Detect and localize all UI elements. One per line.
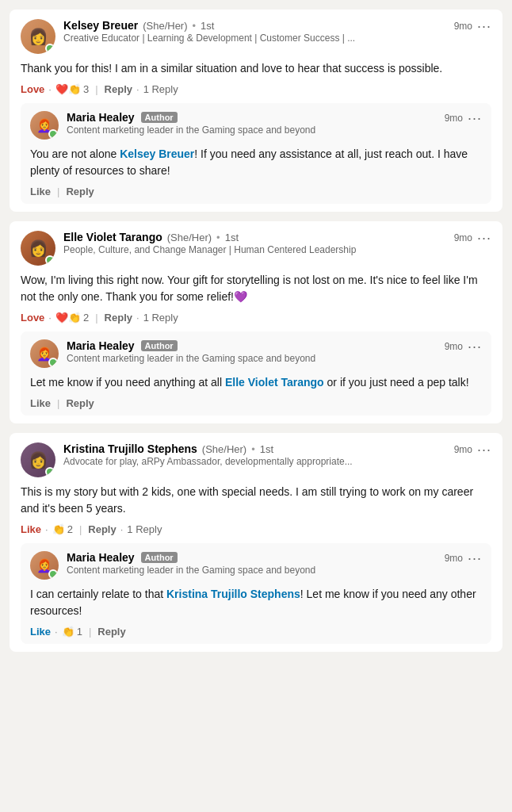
author-badge: Author: [141, 340, 178, 351]
nested-comment-header: 👩‍🦰Maria HealeyAuthorContent marketing l…: [30, 551, 482, 580]
separator: ·: [48, 312, 52, 324]
nested-comment-header: 👩‍🦰Maria HealeyAuthorContent marketing l…: [30, 339, 482, 368]
comment-header: 👩Kelsey Breuer(She/Her)•1stCreative Educ…: [21, 19, 491, 54]
name-row: Maria HealeyAuthor: [67, 551, 437, 564]
nested-actions-row: Like|Reply: [30, 397, 482, 409]
pipe-separator: |: [95, 83, 97, 95]
connection-degree: 1st: [225, 232, 239, 243]
user-name[interactable]: Elle Violet Tarango: [63, 231, 162, 243]
reaction-label[interactable]: Love: [21, 83, 44, 95]
name-row: Maria HealeyAuthor: [67, 339, 437, 352]
author-badge: Author: [141, 552, 178, 563]
user-title: Creative Educator | Learning & Developme…: [63, 33, 446, 44]
reply-button[interactable]: Reply: [105, 83, 132, 95]
nested-timestamp: 9mo: [445, 113, 463, 124]
avatar-maria: 👩‍🦰: [30, 111, 59, 140]
separator: ·: [45, 523, 48, 535]
connection-degree: 1st: [260, 443, 273, 455]
user-name[interactable]: Maria Healey: [67, 551, 135, 564]
nested-user-info: Maria HealeyAuthorContent marketing lead…: [67, 111, 437, 136]
actions-row: Love·❤️👏3|Reply·1 Reply: [21, 83, 491, 95]
nested-reply: 👩‍🦰Maria HealeyAuthorContent marketing l…: [21, 103, 491, 204]
user-info: Kristina Trujillo Stephens(She/Her)•1stA…: [63, 442, 446, 467]
nested-like-button[interactable]: Like: [30, 626, 51, 638]
pronouns: (She/Her): [143, 20, 187, 32]
user-info: Elle Violet Tarango(She/Her)•1stPeople, …: [63, 231, 446, 255]
time-more: 9mo···: [454, 442, 491, 457]
user-name[interactable]: Kristina Trujillo Stephens: [63, 442, 197, 455]
nested-timestamp: 9mo: [445, 341, 463, 352]
reaction-count: 2: [67, 523, 73, 535]
user-name[interactable]: Kelsey Breuer: [63, 19, 138, 32]
timestamp: 9mo: [454, 21, 472, 32]
nested-time-more: 9mo···: [445, 339, 482, 354]
mention-link[interactable]: Kelsey Breuer: [120, 147, 194, 160]
reaction-count: 2: [83, 312, 89, 324]
pipe-separator: |: [57, 397, 59, 409]
nested-actions-row: Like|Reply: [30, 186, 482, 197]
pipe-separator: |: [57, 186, 59, 197]
user-title: Advocate for play, aRPy Ambassador, deve…: [63, 456, 446, 467]
time-more: 9mo···: [454, 19, 491, 33]
nested-reply: 👩‍🦰Maria HealeyAuthorContent marketing l…: [21, 331, 491, 416]
separator: ·: [136, 83, 139, 95]
online-indicator: [48, 129, 58, 139]
actions-row: Love·❤️👏2|Reply·1 Reply: [21, 312, 491, 324]
separator: •: [193, 20, 197, 32]
nested-more-options-button[interactable]: ···: [468, 111, 482, 125]
connection-degree: 1st: [201, 20, 214, 32]
comment-header: 👩Kristina Trujillo Stephens(She/Her)•1st…: [21, 442, 491, 477]
comment-text: Thank you for this! I am in a similar si…: [21, 60, 491, 77]
reply-count[interactable]: 1 Reply: [127, 523, 162, 535]
comment-block-elle: 👩Elle Violet Tarango(She/Her)•1stPeople,…: [10, 221, 502, 423]
nested-more-options-button[interactable]: ···: [468, 551, 482, 565]
nested-more-options-button[interactable]: ···: [468, 339, 482, 354]
pronouns: (She/Her): [167, 232, 212, 243]
more-options-button[interactable]: ···: [477, 231, 491, 245]
nested-comment-text: I can certainly relate to that Kristina …: [30, 586, 482, 619]
online-indicator: [48, 569, 58, 579]
separator: ·: [136, 312, 139, 324]
comment-text: Wow, I'm living this right now. Your gif…: [21, 272, 491, 305]
more-options-button[interactable]: ···: [477, 19, 491, 33]
mention-link[interactable]: Elle Violet Tarango: [225, 376, 324, 389]
nested-reply-button[interactable]: Reply: [66, 186, 94, 197]
name-row: Kristina Trujillo Stephens(She/Her)•1st: [63, 442, 446, 455]
timestamp: 9mo: [454, 232, 472, 243]
separator: •: [216, 232, 220, 243]
comment-text: This is my story but with 2 kids, one wi…: [21, 484, 491, 517]
reaction-label[interactable]: Like: [21, 523, 41, 535]
nested-timestamp: 9mo: [445, 553, 463, 564]
nested-actions-row: Like·👏1|Reply: [30, 626, 482, 638]
reply-button[interactable]: Reply: [105, 312, 132, 324]
reaction-count: 3: [83, 83, 89, 95]
user-name[interactable]: Maria Healey: [67, 339, 135, 352]
separator: ·: [48, 83, 52, 95]
nested-like-button[interactable]: Like: [30, 186, 51, 197]
avatar-maria: 👩‍🦰: [30, 551, 59, 580]
nested-reaction-count: 1: [77, 626, 82, 638]
nested-comment-text: You are not alone Kelsey Breuer! If you …: [30, 146, 482, 179]
name-row: Kelsey Breuer(She/Her)•1st: [63, 19, 446, 32]
nested-reaction-icons: 👏: [62, 626, 75, 638]
mention-link[interactable]: Kristina Trujillo Stephens: [166, 588, 300, 600]
actions-row: Like·👏2|Reply·1 Reply: [21, 523, 491, 535]
reaction-icons: 👏: [52, 523, 65, 535]
separator: •: [251, 443, 255, 455]
name-row: Elle Violet Tarango(She/Her)•1st: [63, 231, 446, 243]
nested-reply-button[interactable]: Reply: [97, 626, 125, 638]
nested-like-button[interactable]: Like: [30, 397, 51, 409]
pipe-separator: |: [89, 626, 91, 638]
reaction-label[interactable]: Love: [21, 312, 44, 324]
user-name[interactable]: Maria Healey: [67, 111, 135, 124]
author-badge: Author: [141, 112, 178, 123]
avatar-kelsey: 👩: [21, 19, 55, 54]
more-options-button[interactable]: ···: [477, 442, 491, 457]
reply-count[interactable]: 1 Reply: [143, 312, 178, 324]
reply-count[interactable]: 1 Reply: [143, 83, 178, 95]
nested-user-info: Maria HealeyAuthorContent marketing lead…: [67, 339, 437, 364]
reply-button[interactable]: Reply: [88, 523, 116, 535]
comment-block-kelsey: 👩Kelsey Breuer(She/Her)•1stCreative Educ…: [10, 10, 502, 212]
nested-reply-button[interactable]: Reply: [66, 397, 94, 409]
avatar-maria: 👩‍🦰: [30, 339, 59, 368]
